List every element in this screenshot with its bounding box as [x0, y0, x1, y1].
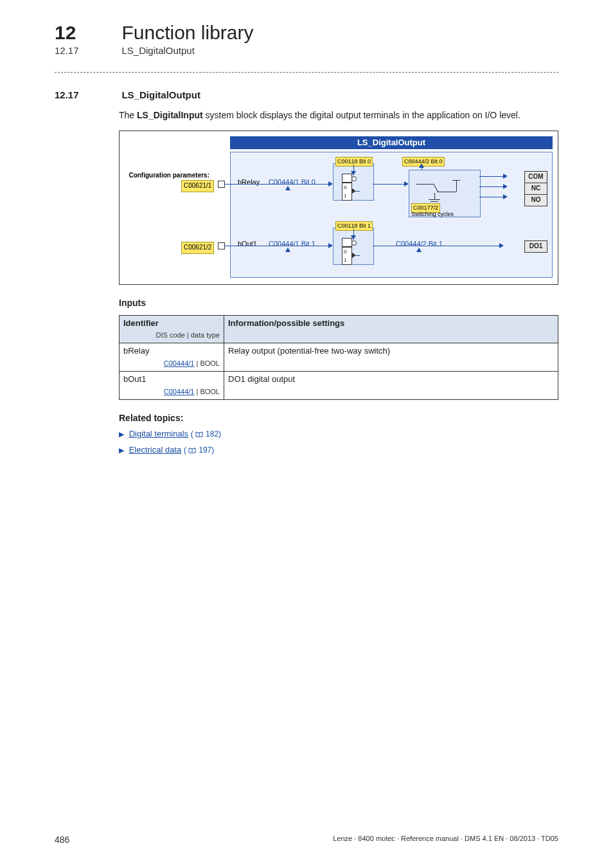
cell-id: bOut1 C00444/1 | BOOL	[120, 372, 224, 400]
section-heading: 12.17 LS_DigitalOutput	[55, 89, 558, 101]
tag-bit0a: C00118 Bit 0	[335, 157, 373, 167]
cell-info: DO1 digital output	[224, 372, 558, 400]
row-dtype: | BOOL	[194, 388, 220, 395]
arrow-right-icon	[328, 243, 333, 248]
intro-prefix: The	[119, 110, 137, 120]
related-label: Electrical data	[129, 445, 182, 455]
diagram-body	[230, 152, 553, 278]
th-identifier-label: Identifier	[123, 318, 159, 328]
arrow-right-icon	[404, 181, 409, 186]
chapter-header: 12 Function library	[55, 22, 558, 44]
wire	[224, 184, 330, 185]
wire	[356, 191, 360, 192]
terminal-com: COM	[524, 171, 547, 183]
subchapter-title: LS_DigitalOutput	[121, 45, 194, 56]
page-number: 486	[55, 835, 69, 845]
block-diagram: LS_DigitalOutput Configuration parameter…	[119, 131, 558, 285]
wire	[356, 255, 360, 256]
inputs-heading: Inputs	[119, 296, 558, 309]
contact	[452, 180, 460, 181]
chapter-title: Function library	[121, 22, 253, 44]
table-header-row: Identifier DIS code | data type Informat…	[120, 315, 558, 343]
th-info: Information/possible settings	[224, 315, 558, 343]
tag-bit1a: C00118 Bit 1	[335, 221, 373, 231]
cell-info: Relay output (potential-free two-way swi…	[224, 343, 558, 372]
arrow-up-icon	[419, 163, 424, 168]
related-label: Digital terminals	[129, 429, 188, 439]
wire	[373, 184, 406, 185]
footer-text: Lenze · 8400 motec · Reference manual · …	[333, 835, 558, 845]
arrow-right-icon	[499, 243, 504, 248]
intro-bold: LS_DigitalInput	[137, 110, 203, 120]
intro-paragraph: The LS_DigitalInput system block display…	[119, 109, 558, 122]
row-id: bRelay	[123, 346, 149, 356]
row-dtype: | BOOL	[194, 359, 220, 367]
th-identifier: Identifier DIS code | data type	[120, 315, 224, 343]
contact	[416, 184, 433, 185]
out1-name: bOut1	[238, 239, 257, 249]
wire	[479, 186, 505, 187]
divider	[55, 72, 558, 73]
cell-id: bRelay C00444/1 | BOOL	[120, 343, 224, 372]
gnd-stem	[434, 193, 435, 199]
wire	[479, 197, 505, 197]
related-link-2[interactable]: ▶ Electrical data ( 197)	[119, 444, 558, 457]
book-icon	[195, 431, 203, 437]
arrow-up-icon	[416, 248, 422, 252]
related-heading: Related topics:	[119, 411, 558, 424]
config-params-label: Configuration parameters:	[126, 171, 209, 181]
terminal-nc: NC	[524, 183, 547, 195]
terminal-do1: DO1	[524, 240, 547, 253]
config-code-1: C00621/1	[181, 180, 214, 192]
book-icon	[188, 448, 196, 453]
sw-label: Switching cycles	[411, 210, 454, 219]
mux-1: 01	[342, 183, 352, 201]
table-row: bRelay C00444/1 | BOOL Relay output (pot…	[120, 343, 558, 372]
wire	[479, 176, 505, 177]
arrow-up-icon	[285, 186, 290, 190]
section-number: 12.17	[55, 89, 119, 100]
diagram-title: LS_DigitalOutput	[230, 136, 553, 149]
triangle-icon: ▶	[119, 446, 124, 454]
subchapter-header: 12.17 LS_DigitalOutput	[55, 45, 558, 57]
triangle-icon: ▶	[119, 430, 124, 438]
page-footer: 486 Lenze · 8400 motec · Reference manua…	[55, 835, 558, 845]
intro-suffix: system block displays the digital output…	[203, 110, 520, 120]
arrow-right-icon	[503, 194, 508, 199]
related-page: 197	[199, 446, 211, 455]
th-identifier-sub: DIS code | data type	[123, 330, 220, 341]
relay-name: bRelay	[238, 177, 260, 188]
row-id: bOut1	[123, 374, 146, 384]
subchapter-number: 12.17	[55, 45, 119, 56]
arrow-right-icon	[503, 174, 508, 179]
wire	[224, 246, 330, 246]
mux-2: 01	[342, 247, 352, 265]
arrow-up-icon	[285, 248, 290, 252]
inverter-box	[342, 238, 352, 247]
relay-code: C00444/1 Bit 0	[269, 177, 315, 188]
section-title: LS_DigitalOutput	[121, 89, 200, 100]
inverter-box	[342, 174, 352, 183]
inputs-table: Identifier DIS code | data type Informat…	[119, 315, 558, 400]
row-code-link[interactable]: C00444/1	[164, 359, 195, 367]
arrow-right-icon	[328, 181, 333, 186]
out1-code: C00444/1 Bit 1	[269, 239, 315, 249]
row-code-link[interactable]: C00444/1	[164, 388, 195, 395]
terminal-no: NO	[524, 194, 547, 206]
config-code-2: C00621/2	[181, 242, 214, 254]
related-link-1[interactable]: ▶ Digital terminals ( 182)	[119, 428, 558, 440]
chapter-number: 12	[55, 22, 119, 44]
contact	[456, 180, 457, 192]
contact	[437, 192, 456, 192]
arrow-right-icon	[503, 184, 508, 189]
related-page: 182	[206, 429, 218, 439]
table-row: bOut1 C00444/1 | BOOL DO1 digital output	[120, 372, 558, 400]
